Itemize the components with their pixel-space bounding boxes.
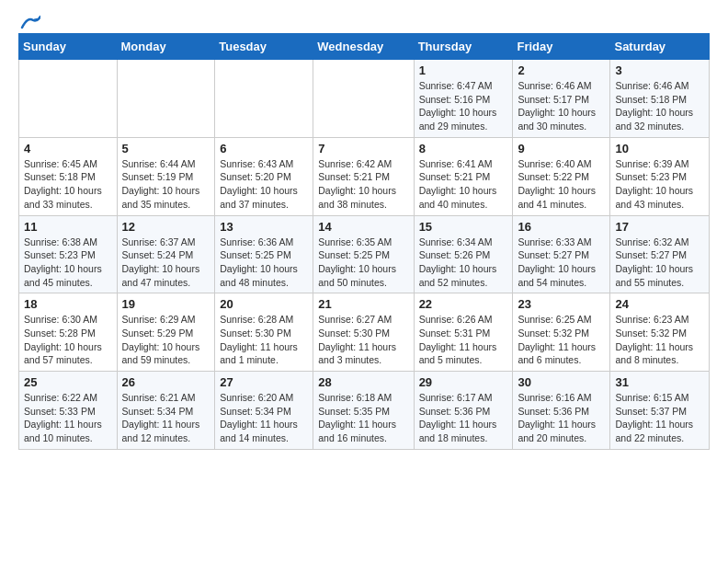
col-thursday: Thursday [414,34,513,60]
logo [18,15,40,26]
day-cell: 3Sunrise: 6:46 AM Sunset: 5:18 PM Daylig… [610,60,710,138]
day-number: 2 [518,63,605,77]
day-info: Sunrise: 6:16 AM Sunset: 5:36 PM Dayligh… [518,391,605,445]
col-tuesday: Tuesday [215,34,313,60]
day-cell: 2Sunrise: 6:46 AM Sunset: 5:17 PM Daylig… [513,60,610,138]
col-friday: Friday [513,34,610,60]
calendar-header: Sunday Monday Tuesday Wednesday Thursday… [19,34,710,60]
day-cell: 21Sunrise: 6:27 AM Sunset: 5:30 PM Dayli… [313,293,414,372]
day-number: 4 [24,142,112,155]
day-cell: 5Sunrise: 6:44 AM Sunset: 5:19 PM Daylig… [117,137,215,215]
day-info: Sunrise: 6:21 AM Sunset: 5:34 PM Dayligh… [122,391,210,445]
day-number: 9 [518,142,605,155]
day-info: Sunrise: 6:39 AM Sunset: 5:23 PM Dayligh… [615,157,704,212]
day-number: 30 [518,375,605,389]
day-number: 5 [122,142,210,155]
day-cell: 31Sunrise: 6:15 AM Sunset: 5:37 PM Dayli… [610,372,710,450]
day-info: Sunrise: 6:25 AM Sunset: 5:32 PM Dayligh… [518,313,605,367]
day-cell: 7Sunrise: 6:42 AM Sunset: 5:21 PM Daylig… [313,137,414,215]
day-number: 1 [419,63,508,77]
day-number: 21 [318,297,408,311]
day-number: 6 [220,142,308,155]
day-cell [215,60,313,138]
day-info: Sunrise: 6:15 AM Sunset: 5:37 PM Dayligh… [615,391,704,445]
day-number: 3 [615,63,704,77]
col-wednesday: Wednesday [313,34,414,60]
day-info: Sunrise: 6:40 AM Sunset: 5:22 PM Dayligh… [518,157,605,212]
day-cell: 30Sunrise: 6:16 AM Sunset: 5:36 PM Dayli… [513,372,610,450]
day-cell [19,60,118,138]
day-info: Sunrise: 6:30 AM Sunset: 5:28 PM Dayligh… [24,313,112,367]
day-info: Sunrise: 6:22 AM Sunset: 5:33 PM Dayligh… [24,391,112,445]
day-cell: 28Sunrise: 6:18 AM Sunset: 5:35 PM Dayli… [313,372,414,450]
calendar-body: 1Sunrise: 6:47 AM Sunset: 5:16 PM Daylig… [19,60,710,450]
day-cell: 18Sunrise: 6:30 AM Sunset: 5:28 PM Dayli… [19,293,118,372]
day-cell: 9Sunrise: 6:40 AM Sunset: 5:22 PM Daylig… [513,137,610,215]
day-info: Sunrise: 6:41 AM Sunset: 5:21 PM Dayligh… [419,157,508,212]
day-cell: 25Sunrise: 6:22 AM Sunset: 5:33 PM Dayli… [19,372,118,450]
day-number: 16 [518,220,605,234]
day-number: 31 [615,375,704,389]
day-info: Sunrise: 6:36 AM Sunset: 5:25 PM Dayligh… [220,236,308,290]
day-info: Sunrise: 6:28 AM Sunset: 5:30 PM Dayligh… [220,313,308,367]
day-cell [117,60,215,138]
day-info: Sunrise: 6:23 AM Sunset: 5:32 PM Dayligh… [615,313,704,367]
day-number: 22 [419,297,508,311]
day-number: 18 [24,297,112,311]
day-info: Sunrise: 6:47 AM Sunset: 5:16 PM Dayligh… [419,79,508,133]
day-cell: 13Sunrise: 6:36 AM Sunset: 5:25 PM Dayli… [215,215,313,293]
day-info: Sunrise: 6:38 AM Sunset: 5:23 PM Dayligh… [24,236,112,290]
day-number: 17 [615,220,704,234]
day-info: Sunrise: 6:37 AM Sunset: 5:24 PM Dayligh… [122,236,210,290]
day-cell: 22Sunrise: 6:26 AM Sunset: 5:31 PM Dayli… [414,293,513,372]
day-info: Sunrise: 6:29 AM Sunset: 5:29 PM Dayligh… [122,313,210,367]
col-saturday: Saturday [610,34,710,60]
day-info: Sunrise: 6:18 AM Sunset: 5:35 PM Dayligh… [318,391,408,445]
calendar-table: Sunday Monday Tuesday Wednesday Thursday… [18,33,710,450]
day-cell: 14Sunrise: 6:35 AM Sunset: 5:25 PM Dayli… [313,215,414,293]
day-cell: 10Sunrise: 6:39 AM Sunset: 5:23 PM Dayli… [610,137,710,215]
week-row-1: 1Sunrise: 6:47 AM Sunset: 5:16 PM Daylig… [19,60,710,138]
day-cell: 12Sunrise: 6:37 AM Sunset: 5:24 PM Dayli… [117,215,215,293]
day-number: 14 [318,220,408,234]
day-number: 19 [122,297,210,311]
day-cell: 23Sunrise: 6:25 AM Sunset: 5:32 PM Dayli… [513,293,610,372]
day-number: 27 [220,375,308,389]
day-info: Sunrise: 6:35 AM Sunset: 5:25 PM Dayligh… [318,236,408,290]
day-info: Sunrise: 6:46 AM Sunset: 5:17 PM Dayligh… [518,79,605,133]
day-number: 25 [24,375,112,389]
day-cell: 26Sunrise: 6:21 AM Sunset: 5:34 PM Dayli… [117,372,215,450]
week-row-2: 4Sunrise: 6:45 AM Sunset: 5:18 PM Daylig… [19,137,710,215]
day-cell: 15Sunrise: 6:34 AM Sunset: 5:26 PM Dayli… [414,215,513,293]
day-cell: 27Sunrise: 6:20 AM Sunset: 5:34 PM Dayli… [215,372,313,450]
day-info: Sunrise: 6:44 AM Sunset: 5:19 PM Dayligh… [122,157,210,212]
day-cell: 4Sunrise: 6:45 AM Sunset: 5:18 PM Daylig… [19,137,118,215]
day-number: 23 [518,297,605,311]
day-number: 8 [419,142,508,155]
day-info: Sunrise: 6:17 AM Sunset: 5:36 PM Dayligh… [419,391,508,445]
week-row-3: 11Sunrise: 6:38 AM Sunset: 5:23 PM Dayli… [19,215,710,293]
day-cell: 1Sunrise: 6:47 AM Sunset: 5:16 PM Daylig… [414,60,513,138]
day-number: 12 [122,220,210,234]
day-info: Sunrise: 6:27 AM Sunset: 5:30 PM Dayligh… [318,313,408,367]
day-info: Sunrise: 6:32 AM Sunset: 5:27 PM Dayligh… [615,236,704,290]
day-info: Sunrise: 6:34 AM Sunset: 5:26 PM Dayligh… [419,236,508,290]
day-number: 24 [615,297,704,311]
day-cell [313,60,414,138]
day-cell: 29Sunrise: 6:17 AM Sunset: 5:36 PM Dayli… [414,372,513,450]
day-number: 28 [318,375,408,389]
day-info: Sunrise: 6:42 AM Sunset: 5:21 PM Dayligh… [318,157,408,212]
day-info: Sunrise: 6:43 AM Sunset: 5:20 PM Dayligh… [220,157,308,212]
col-sunday: Sunday [19,34,118,60]
day-info: Sunrise: 6:20 AM Sunset: 5:34 PM Dayligh… [220,391,308,445]
day-cell: 11Sunrise: 6:38 AM Sunset: 5:23 PM Dayli… [19,215,118,293]
day-number: 20 [220,297,308,311]
col-monday: Monday [117,34,215,60]
day-cell: 19Sunrise: 6:29 AM Sunset: 5:29 PM Dayli… [117,293,215,372]
day-cell: 20Sunrise: 6:28 AM Sunset: 5:30 PM Dayli… [215,293,313,372]
day-cell: 8Sunrise: 6:41 AM Sunset: 5:21 PM Daylig… [414,137,513,215]
day-number: 13 [220,220,308,234]
day-number: 29 [419,375,508,389]
week-row-5: 25Sunrise: 6:22 AM Sunset: 5:33 PM Dayli… [19,372,710,450]
header-row: Sunday Monday Tuesday Wednesday Thursday… [19,34,710,60]
